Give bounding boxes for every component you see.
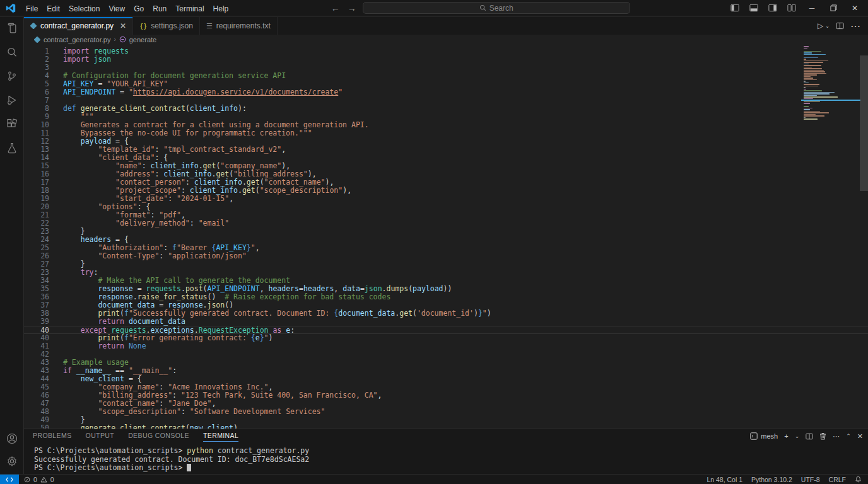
eol-sequence[interactable]: CRLF: [829, 476, 846, 483]
editor-scrollbar[interactable]: [860, 55, 868, 191]
line-number[interactable]: 2: [24, 55, 63, 64]
panel-tab-terminal[interactable]: TERMINAL: [203, 432, 238, 441]
testing-icon[interactable]: [4, 141, 20, 156]
breadcrumb-file[interactable]: contract_generator.py: [44, 36, 110, 43]
terminal-output[interactable]: PS C:\Projects\automation_scripts> pytho…: [24, 442, 868, 473]
restore-icon[interactable]: [824, 1, 843, 16]
code-line[interactable]: 22 "delivery_method": "email": [24, 219, 868, 228]
line-number[interactable]: 7: [24, 96, 63, 105]
minimap-line: [804, 103, 810, 104]
tab-contract-generator-py[interactable]: contract_generator.py✕: [24, 17, 133, 35]
split-editor-icon[interactable]: [836, 22, 844, 30]
activity-bar-bottom: [4, 431, 20, 474]
tab-close-icon[interactable]: ✕: [120, 21, 126, 30]
run-button-icon[interactable]: ▷: [818, 21, 823, 30]
cursor-position[interactable]: Ln 48, Col 1: [707, 476, 742, 483]
panel-more-icon[interactable]: ⋯: [833, 432, 840, 441]
code-line[interactable]: 40 print(f"Error generating contract: {e…: [24, 334, 868, 342]
code-line[interactable]: 19 "start_date": "2024-01-15",: [24, 195, 868, 203]
panel-tab-problems[interactable]: PROBLEMS: [33, 432, 72, 441]
code-line[interactable]: 41 return None: [24, 342, 868, 350]
code-line[interactable]: 6API_ENDPOINT = "https://api.docugen.ser…: [24, 88, 868, 96]
menu-view[interactable]: View: [104, 3, 129, 15]
menu-edit[interactable]: Edit: [42, 3, 64, 15]
menu-selection[interactable]: Selection: [64, 3, 104, 15]
notifications-bell-icon[interactable]: [855, 476, 862, 483]
command-center-search[interactable]: Search: [363, 2, 630, 14]
line-number[interactable]: 1: [24, 47, 63, 55]
code-line[interactable]: 11 Bypasses the no-code UI for programma…: [24, 129, 868, 137]
menu-file[interactable]: File: [21, 3, 42, 15]
line-number[interactable]: 40: [24, 326, 63, 333]
settings-gear-icon[interactable]: [4, 454, 20, 469]
minimap-line: [804, 46, 809, 47]
source-control-icon[interactable]: [4, 69, 20, 84]
remote-indicator[interactable]: [0, 475, 19, 484]
line-number[interactable]: 4: [24, 72, 63, 80]
tab-requirements-txt[interactable]: ☰requirements.txt: [200, 17, 278, 35]
code-line[interactable]: 8def generate_client_contract(client_inf…: [24, 105, 868, 113]
encoding[interactable]: UTF-8: [801, 476, 820, 483]
toggle-panel-icon[interactable]: [746, 2, 762, 14]
code-line[interactable]: 2import json: [24, 55, 868, 64]
toggle-sidebar-icon[interactable]: [727, 2, 743, 14]
line-number[interactable]: 5: [24, 80, 63, 88]
close-icon[interactable]: ✕: [845, 1, 864, 16]
tab-label: settings.json: [151, 21, 193, 30]
vscode-window: FileEditSelectionViewGoRunTerminalHelp ←…: [0, 0, 868, 484]
code-line[interactable]: 42: [24, 350, 868, 359]
line-number[interactable]: 50: [24, 424, 63, 429]
code-editor[interactable]: 1import requests2import json34# Configur…: [24, 44, 868, 429]
back-arrow-icon[interactable]: ←: [330, 3, 341, 13]
search-icon[interactable]: [4, 45, 20, 60]
more-actions-icon[interactable]: ⋯: [850, 20, 860, 32]
panel-tab-debug-console[interactable]: DEBUG CONSOLE: [128, 432, 189, 441]
minimap-line: [804, 52, 812, 54]
code-line[interactable]: 43if __name__ == "__main__":: [24, 367, 868, 375]
toggle-secondary-sidebar-icon[interactable]: [765, 2, 781, 14]
menu-help[interactable]: Help: [209, 3, 233, 15]
new-terminal-icon[interactable]: +: [784, 432, 788, 440]
customize-layout-icon[interactable]: [783, 2, 800, 14]
menu-run[interactable]: Run: [148, 3, 171, 15]
breadcrumb[interactable]: contract_generator.py › generate: [24, 35, 868, 44]
code-line[interactable]: 1import requests: [24, 47, 868, 55]
panel-tab-output[interactable]: OUTPUT: [86, 432, 115, 441]
activity-bar-top: [4, 17, 20, 156]
line-number[interactable]: 6: [24, 88, 63, 96]
tab-settings-json[interactable]: {}settings.json: [133, 17, 200, 35]
code-line[interactable]: 23 }: [24, 228, 868, 236]
minimap-line: [804, 112, 829, 113]
split-terminal-icon[interactable]: [806, 433, 813, 440]
terminal-dropdown-icon[interactable]: ⌄: [795, 433, 800, 439]
line-number[interactable]: 39: [24, 318, 63, 326]
breadcrumb-symbol[interactable]: generate: [129, 36, 156, 43]
minimize-icon[interactable]: ─: [802, 1, 821, 16]
line-number[interactable]: 3: [24, 64, 63, 72]
panel-close-icon[interactable]: ✕: [857, 432, 863, 441]
terminal-profile[interactable]: mesh: [750, 432, 778, 440]
code-line[interactable]: 50 generate_client_contract(new_client): [24, 424, 868, 429]
extensions-icon[interactable]: [4, 117, 20, 132]
vscode-logo-icon: [5, 3, 16, 14]
code-line[interactable]: 48 "scope_description": "Software Develo…: [24, 408, 868, 416]
forward-arrow-icon[interactable]: →: [346, 3, 358, 13]
run-dropdown-icon[interactable]: ⌄: [825, 23, 830, 29]
language-version[interactable]: Python 3.10.2: [751, 476, 792, 483]
minimap-line: [804, 118, 818, 120]
kill-terminal-icon[interactable]: [819, 432, 826, 440]
titlebar-center: ← → Search: [233, 2, 727, 14]
menu-go[interactable]: Go: [129, 3, 148, 15]
panel-maximize-icon[interactable]: ⌃: [846, 433, 851, 439]
code-line[interactable]: 27 }: [24, 260, 868, 268]
code-line[interactable]: 26 "Content-Type": "application/json": [24, 252, 868, 260]
problems-status[interactable]: 0 0: [19, 476, 54, 483]
code-text: "Content-Type": "application/json": [63, 252, 247, 260]
run-debug-icon[interactable]: [4, 93, 20, 108]
minimap[interactable]: [804, 46, 859, 120]
code-line[interactable]: 39 return document_data: [24, 318, 868, 326]
explorer-icon[interactable]: [4, 21, 20, 36]
account-icon[interactable]: [4, 431, 20, 446]
line-number[interactable]: 8: [24, 105, 63, 113]
menu-terminal[interactable]: Terminal: [171, 3, 208, 15]
